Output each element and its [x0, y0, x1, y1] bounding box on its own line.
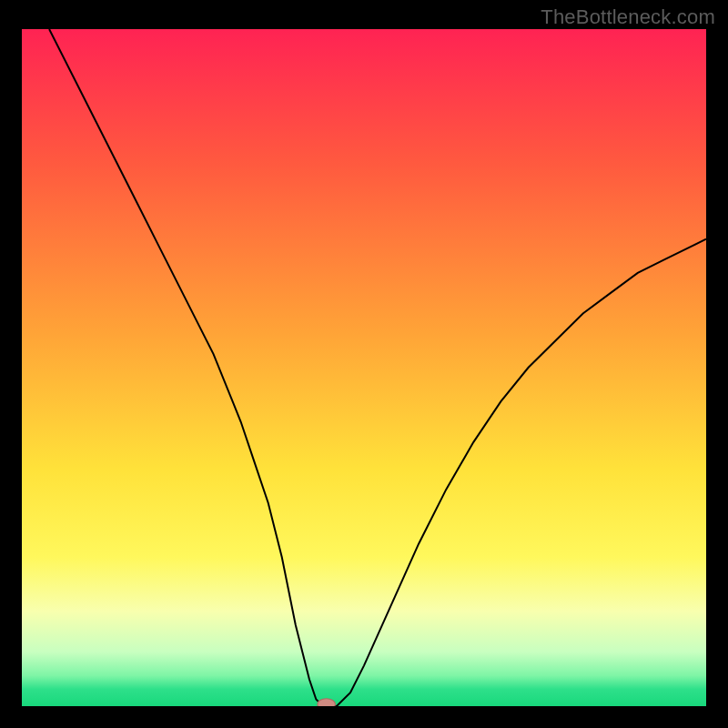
- optimum-marker: [318, 699, 336, 706]
- plot-area: [22, 29, 706, 706]
- gradient-bg: [22, 29, 706, 706]
- chart-stage: TheBottleneck.com: [0, 0, 728, 728]
- plot-svg: [22, 29, 706, 706]
- watermark-text: TheBottleneck.com: [541, 5, 715, 29]
